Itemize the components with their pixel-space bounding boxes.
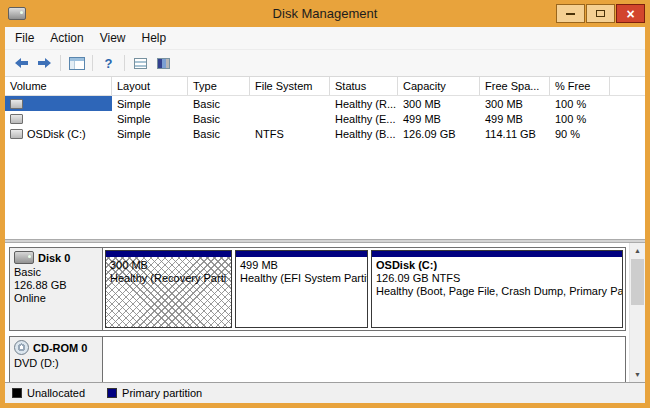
volume-row-recovery[interactable]: Simple Basic Healthy (R... 300 MB 300 MB… — [5, 96, 645, 111]
partition-name: OSDisk (C:) — [376, 259, 618, 272]
toolbar-separator — [60, 55, 61, 71]
filesystem-cell — [250, 111, 330, 126]
partition-status: Healthy (Boot, Page File, Crash Dump, Pr… — [376, 285, 618, 298]
disk-management-window: Disk Management × File Action View Help — [0, 0, 650, 408]
window-controls: × — [555, 4, 645, 23]
volume-cell — [5, 96, 112, 111]
menu-action[interactable]: Action — [42, 28, 91, 48]
app-icon[interactable] — [8, 7, 26, 20]
disk-list-button[interactable] — [129, 52, 152, 74]
legend-bar: Unallocated Primary partition — [5, 382, 645, 403]
layout-cell: Simple — [112, 111, 188, 126]
menu-help[interactable]: Help — [134, 28, 175, 48]
cd-icon — [14, 340, 29, 355]
unallocated-swatch — [12, 388, 22, 398]
console-tree-button[interactable] — [65, 52, 88, 74]
column-header-freespace[interactable]: Free Spa... — [480, 77, 550, 95]
scroll-down-button[interactable]: ▼ — [630, 367, 645, 382]
forward-icon — [37, 57, 52, 69]
graphical-view-content: Disk 0 Basic 126.88 GB Online 300 MB Hea… — [5, 243, 629, 382]
toolbar-separator — [92, 55, 93, 71]
graphical-view-button[interactable] — [152, 52, 175, 74]
back-icon — [14, 57, 29, 69]
partition-status: Healthy (Recovery Parti — [110, 272, 227, 285]
partition-size: 499 MB — [240, 259, 363, 272]
menu-file[interactable]: File — [7, 28, 42, 48]
toolbar-separator — [124, 55, 125, 71]
minimize-button[interactable] — [556, 4, 585, 23]
partition-recovery[interactable]: 300 MB Healthy (Recovery Parti — [105, 250, 232, 328]
minimize-icon — [566, 13, 575, 15]
window-title: Disk Management — [5, 6, 645, 21]
type-cell: Basic — [188, 126, 250, 141]
menu-view[interactable]: View — [92, 28, 134, 48]
status-cell: Healthy (E... — [330, 111, 398, 126]
graphical-view-icon — [157, 58, 170, 69]
cdrom0-type: DVD (D:) — [14, 357, 98, 370]
freespace-cell: 300 MB — [480, 96, 550, 111]
capacity-cell: 300 MB — [398, 96, 480, 111]
volume-name: OSDisk (C:) — [27, 128, 86, 140]
partition-size: 300 MB — [110, 259, 227, 272]
help-button[interactable]: ? — [97, 52, 120, 74]
column-header-type[interactable]: Type — [188, 77, 250, 95]
app-body: File Action View Help ? Volume La — [5, 27, 645, 403]
legend-label: Primary partition — [122, 387, 202, 399]
column-header-percentfree[interactable]: % Free — [550, 77, 610, 95]
layout-cell: Simple — [112, 126, 188, 141]
cdrom0-row: CD-ROM 0 DVD (D:) — [9, 336, 626, 382]
column-header-capacity[interactable]: Capacity — [398, 77, 480, 95]
cdrom0-header[interactable]: CD-ROM 0 DVD (D:) — [10, 337, 103, 382]
disk-list-icon — [134, 58, 147, 69]
volume-icon — [10, 129, 23, 139]
forward-button[interactable] — [33, 52, 56, 74]
partition-efi[interactable]: 499 MB Healthy (EFI System Partit — [235, 250, 368, 328]
partition-size: 126.09 GB NTFS — [376, 272, 618, 285]
primary-partition-swatch — [107, 388, 117, 398]
maximize-button[interactable] — [586, 4, 615, 23]
vertical-scrollbar[interactable]: ▲ ▼ — [629, 243, 645, 382]
graphical-view-pane: Disk 0 Basic 126.88 GB Online 300 MB Hea… — [5, 243, 645, 382]
layout-cell: Simple — [112, 96, 188, 111]
scroll-up-button[interactable]: ▲ — [630, 243, 645, 258]
title-bar[interactable]: Disk Management × — [5, 0, 645, 27]
volume-list-pane: Volume Layout Type File System Status Ca… — [5, 77, 645, 239]
legend-item-primary-partition: Primary partition — [107, 387, 202, 399]
status-cell: Healthy (B... — [330, 126, 398, 141]
partition-osdisk[interactable]: OSDisk (C:) 126.09 GB NTFS Healthy (Boot… — [371, 250, 623, 328]
disk0-type: Basic — [14, 266, 98, 279]
legend-item-unallocated: Unallocated — [12, 387, 85, 399]
scroll-thumb[interactable] — [631, 259, 644, 305]
disk0-row: Disk 0 Basic 126.88 GB Online 300 MB Hea… — [9, 247, 626, 331]
console-tree-icon — [69, 57, 85, 70]
disk0-capacity: 126.88 GB — [14, 279, 98, 292]
close-button[interactable]: × — [616, 4, 645, 23]
partition-status: Healthy (EFI System Partit — [240, 272, 363, 285]
volume-row-osdisk[interactable]: OSDisk (C:) Simple Basic NTFS Healthy (B… — [5, 126, 645, 141]
freespace-cell: 114.11 GB — [480, 126, 550, 141]
column-header-layout[interactable]: Layout — [112, 77, 188, 95]
volume-row-efi[interactable]: Simple Basic Healthy (E... 499 MB 499 MB… — [5, 111, 645, 126]
toolbar: ? — [5, 50, 645, 77]
disk-icon — [14, 251, 34, 264]
column-header-status[interactable]: Status — [330, 77, 398, 95]
column-header-filesystem[interactable]: File System — [250, 77, 330, 95]
column-header-volume[interactable]: Volume — [5, 77, 112, 95]
type-cell: Basic — [188, 111, 250, 126]
percentfree-cell: 100 % — [550, 96, 610, 111]
maximize-icon — [596, 10, 605, 17]
help-icon: ? — [105, 56, 113, 71]
percentfree-cell: 100 % — [550, 111, 610, 126]
disk0-header[interactable]: Disk 0 Basic 126.88 GB Online — [10, 248, 103, 330]
back-button[interactable] — [10, 52, 33, 74]
volume-table-header: Volume Layout Type File System Status Ca… — [5, 77, 645, 96]
disk0-name: Disk 0 — [38, 252, 70, 264]
cdrom0-name: CD-ROM 0 — [33, 342, 87, 354]
cdrom0-media-area[interactable] — [103, 337, 625, 382]
volume-icon — [10, 99, 23, 109]
freespace-cell: 499 MB — [480, 111, 550, 126]
filesystem-cell: NTFS — [250, 126, 330, 141]
legend-label: Unallocated — [27, 387, 85, 399]
volume-cell: OSDisk (C:) — [5, 126, 112, 141]
menu-bar: File Action View Help — [5, 27, 645, 50]
